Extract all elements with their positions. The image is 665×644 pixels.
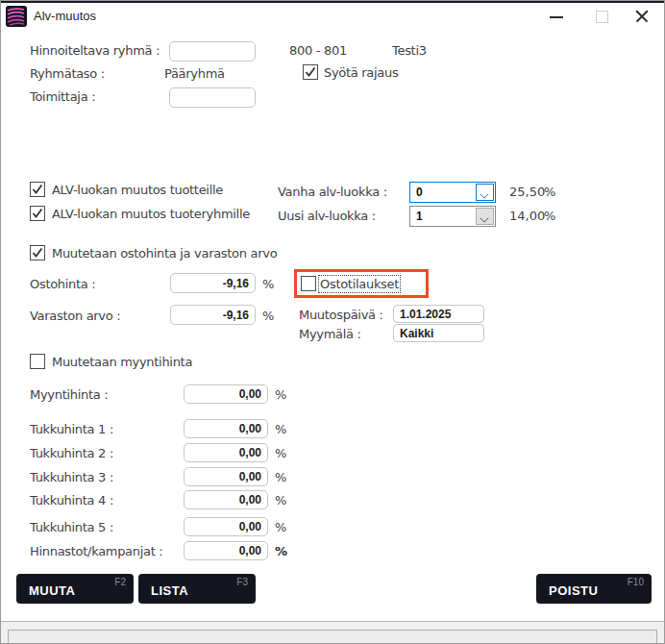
supplier-input[interactable]: [169, 87, 256, 108]
maximize-icon: [596, 11, 608, 23]
wholesale2-suffix: %: [275, 446, 286, 460]
pricelists-input[interactable]: [184, 541, 268, 560]
old-vat-value: 0: [416, 186, 423, 199]
muuta-button[interactable]: MUUTA F2: [16, 574, 134, 604]
wholesale3-suffix: %: [275, 470, 286, 484]
pricelists-suffix: %: [275, 544, 287, 558]
group-input[interactable]: [169, 41, 256, 62]
vat-groups-label[interactable]: ALV-luokan muutos tuoteryhmille: [52, 207, 250, 221]
wholesale1-input[interactable]: [184, 419, 268, 438]
close-button[interactable]: [627, 3, 657, 29]
purchase-section-label[interactable]: Muutetaan ostohinta ja varaston arvo: [52, 246, 277, 260]
chevron-down-icon: [480, 190, 488, 198]
change-date-label: Muutospäivä :: [299, 308, 383, 322]
group-label: Hinnoiteltava ryhmä :: [30, 43, 160, 58]
poistu-fkey: F10: [628, 577, 644, 587]
sales-price-input[interactable]: [184, 384, 268, 404]
window-title: Alv-muutos: [34, 9, 96, 23]
purchase-price-input[interactable]: [170, 273, 256, 293]
wholesale3-input[interactable]: [184, 467, 268, 486]
purchase-orders-label[interactable]: Ostotilaukset: [320, 277, 399, 291]
wholesale5-label: Tukkuhinta 5 :: [30, 520, 113, 534]
muuta-fkey: F2: [114, 577, 126, 587]
filter-checkbox-label[interactable]: Syötä rajaus: [324, 65, 398, 80]
app-wave-icon: [6, 6, 27, 27]
purchase-price-label: Ostohinta :: [30, 277, 95, 291]
new-vat-label: Uusi alv-luokka :: [278, 209, 376, 223]
purchase-price-suffix: %: [262, 277, 274, 291]
status-bar: [1, 621, 665, 644]
status-message-box: [8, 630, 657, 644]
old-vat-percent: 25,50: [509, 185, 545, 199]
old-vat-dropdown-button[interactable]: [476, 184, 494, 201]
wholesale1-suffix: %: [275, 422, 286, 436]
new-vat-percent: 14,00: [509, 209, 545, 223]
store-input[interactable]: [393, 324, 484, 342]
minimize-button[interactable]: [541, 3, 572, 29]
sales-section-label[interactable]: Muutetaan myyntihinta: [52, 355, 192, 369]
wholesale5-suffix: %: [275, 520, 286, 534]
stock-value-input[interactable]: [170, 305, 256, 325]
sales-price-suffix: %: [275, 387, 286, 402]
wholesale2-input[interactable]: [184, 443, 268, 462]
maximize-button[interactable]: [586, 3, 617, 29]
stock-value-suffix: %: [262, 309, 274, 323]
wholesale4-suffix: %: [275, 493, 286, 508]
wholesale3-label: Tukkuhinta 3 :: [30, 470, 113, 484]
lista-fkey: F3: [236, 577, 248, 587]
group-range: 800 - 801: [289, 43, 347, 58]
filter-checkbox[interactable]: [303, 64, 318, 80]
purchase-orders-checkbox[interactable]: [301, 276, 316, 291]
lista-button[interactable]: LISTA F3: [138, 574, 256, 604]
old-vat-dropdown[interactable]: 0: [409, 182, 496, 203]
wholesale2-label: Tukkuhinta 2 :: [30, 446, 113, 460]
new-vat-dropdown-button[interactable]: [476, 208, 494, 225]
new-vat-percent-sign: %: [544, 209, 555, 223]
old-vat-label: Vanha alv-luokka :: [278, 185, 387, 199]
alv-muutos-dialog: Alv-muutos Hinnoiteltava ryhmä : 800 - 8…: [0, 0, 665, 644]
store-label: Myymälä :: [299, 327, 361, 341]
wholesale4-input[interactable]: [184, 490, 268, 509]
chevron-down-icon: [480, 214, 488, 222]
vat-products-checkbox[interactable]: [30, 182, 45, 197]
group-name: Testi3: [392, 43, 427, 58]
stock-value-label: Varaston arvo :: [30, 309, 120, 323]
purchase-section-checkbox[interactable]: [30, 245, 45, 260]
minimize-icon: [550, 16, 563, 18]
pricelists-label: Hinnastot/kampanjat :: [30, 544, 162, 558]
supplier-label: Toimittaja :: [30, 89, 95, 104]
new-vat-value: 1: [416, 210, 423, 223]
vat-products-label[interactable]: ALV-luokan muutos tuotteille: [52, 183, 223, 197]
vat-groups-checkbox[interactable]: [30, 206, 45, 221]
level-value: Pääryhmä: [164, 66, 225, 81]
sales-price-label: Myyntihinta :: [30, 387, 108, 402]
level-label: Ryhmätaso :: [30, 66, 105, 81]
wholesale1-label: Tukkuhinta 1 :: [30, 422, 113, 436]
poistu-button[interactable]: POISTU F10: [536, 574, 652, 604]
old-vat-percent-sign: %: [544, 185, 555, 199]
wholesale5-input[interactable]: [184, 517, 268, 536]
change-date-input[interactable]: [393, 305, 484, 323]
sales-section-checkbox[interactable]: [30, 354, 45, 369]
titlebar[interactable]: Alv-muutos: [1, 3, 665, 29]
new-vat-dropdown[interactable]: 1: [409, 206, 496, 227]
wholesale4-label: Tukkuhinta 4 :: [30, 493, 113, 508]
